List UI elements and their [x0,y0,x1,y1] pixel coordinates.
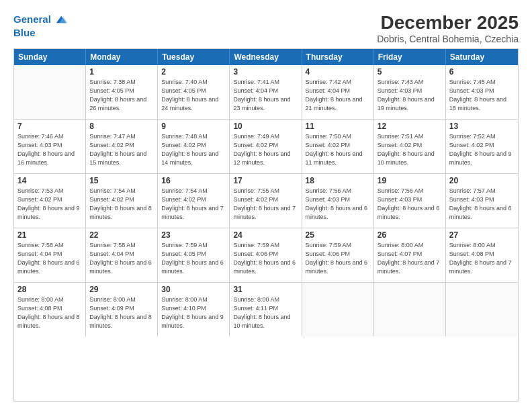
cal-cell-4-1: 21Sunrise: 7:58 AMSunset: 4:04 PMDayligh… [14,228,86,282]
sun-info: Sunrise: 7:42 AMSunset: 4:04 PMDaylight:… [306,78,370,113]
day-number: 1 [89,67,154,77]
cal-cell-2-6: 12Sunrise: 7:51 AMSunset: 4:02 PMDayligh… [374,120,446,173]
sun-info: Sunrise: 7:53 AMSunset: 4:02 PMDaylight:… [17,187,82,222]
sun-info: Sunrise: 7:55 AMSunset: 4:02 PMDaylight:… [233,187,298,222]
sun-info: Sunrise: 7:56 AMSunset: 4:03 PMDaylight:… [378,187,442,222]
cal-cell-1-3: 2Sunrise: 7:40 AMSunset: 4:05 PMDaylight… [158,65,230,119]
header-cell-sunday: Sunday [14,49,86,65]
header-cell-tuesday: Tuesday [158,49,230,65]
cal-cell-1-6: 5Sunrise: 7:43 AMSunset: 4:03 PMDaylight… [374,65,446,119]
day-number: 28 [17,285,82,294]
day-number: 2 [161,67,226,77]
cal-cell-2-4: 10Sunrise: 7:49 AMSunset: 4:02 PMDayligh… [230,120,302,173]
logo: General Blue [13,12,67,39]
cal-cell-4-3: 23Sunrise: 7:59 AMSunset: 4:05 PMDayligh… [158,228,230,282]
day-number: 20 [449,176,515,185]
sun-info: Sunrise: 7:57 AMSunset: 4:03 PMDaylight:… [449,187,515,222]
cal-cell-4-2: 22Sunrise: 7:58 AMSunset: 4:04 PMDayligh… [86,228,158,282]
sun-info: Sunrise: 7:46 AMSunset: 4:03 PMDaylight:… [17,132,82,167]
day-number: 6 [449,67,515,77]
sun-info: Sunrise: 8:00 AMSunset: 4:07 PMDaylight:… [378,241,442,276]
day-number: 22 [89,230,154,240]
sun-info: Sunrise: 7:40 AMSunset: 4:05 PMDaylight:… [161,78,226,113]
calendar-header: SundayMondayTuesdayWednesdayThursdayFrid… [14,49,518,65]
sun-info: Sunrise: 7:41 AMSunset: 4:04 PMDaylight:… [233,78,298,113]
sun-info: Sunrise: 7:43 AMSunset: 4:03 PMDaylight:… [378,78,442,113]
cal-cell-1-4: 3Sunrise: 7:41 AMSunset: 4:04 PMDaylight… [230,65,302,119]
cal-cell-4-4: 24Sunrise: 7:59 AMSunset: 4:06 PMDayligh… [230,228,302,282]
cal-cell-5-2: 29Sunrise: 8:00 AMSunset: 4:09 PMDayligh… [86,283,158,336]
cal-cell-3-2: 15Sunrise: 7:54 AMSunset: 4:02 PMDayligh… [86,174,158,228]
sun-info: Sunrise: 7:59 AMSunset: 4:06 PMDaylight:… [233,241,298,276]
sun-info: Sunrise: 7:59 AMSunset: 4:06 PMDaylight:… [306,241,370,276]
cal-cell-3-6: 19Sunrise: 7:56 AMSunset: 4:03 PMDayligh… [374,174,446,228]
day-number: 14 [17,176,82,185]
title-block: December 2025 Dobris, Central Bohemia, C… [377,12,519,44]
header-cell-friday: Friday [374,49,446,65]
cal-cell-5-3: 30Sunrise: 8:00 AMSunset: 4:10 PMDayligh… [158,283,230,336]
day-number: 29 [89,285,154,294]
cal-cell-5-4: 31Sunrise: 8:00 AMSunset: 4:11 PMDayligh… [230,283,302,336]
sun-info: Sunrise: 8:00 AMSunset: 4:10 PMDaylight:… [161,295,226,330]
sun-info: Sunrise: 7:49 AMSunset: 4:02 PMDaylight:… [233,132,298,167]
day-number: 26 [378,230,442,240]
cal-cell-5-1: 28Sunrise: 8:00 AMSunset: 4:08 PMDayligh… [14,283,86,336]
day-number: 9 [161,122,226,131]
day-number: 18 [306,176,370,185]
day-number: 12 [378,122,442,131]
cal-cell-2-5: 11Sunrise: 7:50 AMSunset: 4:02 PMDayligh… [302,120,374,173]
cal-cell-1-5: 4Sunrise: 7:42 AMSunset: 4:04 PMDaylight… [302,65,374,119]
cal-cell-5-6 [374,283,446,336]
day-number: 17 [233,176,298,185]
calendar-row-4: 21Sunrise: 7:58 AMSunset: 4:04 PMDayligh… [14,228,518,283]
cal-cell-1-2: 1Sunrise: 7:38 AMSunset: 4:05 PMDaylight… [86,65,158,119]
logo-icon [52,12,67,27]
day-number: 19 [378,176,442,185]
sun-info: Sunrise: 8:00 AMSunset: 4:08 PMDaylight:… [449,241,515,276]
day-number: 10 [233,122,298,131]
logo-text2: Blue [13,27,67,39]
day-number: 25 [306,230,370,240]
cal-cell-5-5 [302,283,374,336]
sun-info: Sunrise: 7:56 AMSunset: 4:03 PMDaylight:… [306,187,370,222]
sun-info: Sunrise: 7:59 AMSunset: 4:05 PMDaylight:… [161,241,226,276]
day-number: 13 [449,122,515,131]
day-number: 21 [17,230,82,240]
day-number: 23 [161,230,226,240]
location: Dobris, Central Bohemia, Czechia [377,34,519,44]
day-number: 3 [233,67,298,77]
day-number: 24 [233,230,298,240]
header-cell-monday: Monday [86,49,158,65]
sun-info: Sunrise: 7:52 AMSunset: 4:02 PMDaylight:… [449,132,515,167]
calendar-row-1: 1Sunrise: 7:38 AMSunset: 4:05 PMDaylight… [14,65,518,120]
sun-info: Sunrise: 7:54 AMSunset: 4:02 PMDaylight:… [161,187,226,222]
header-cell-wednesday: Wednesday [230,49,302,65]
header-cell-saturday: Saturday [446,49,518,65]
calendar-row-5: 28Sunrise: 8:00 AMSunset: 4:08 PMDayligh… [14,283,518,336]
day-number: 27 [449,230,515,240]
cal-cell-4-6: 26Sunrise: 8:00 AMSunset: 4:07 PMDayligh… [374,228,446,282]
header-cell-thursday: Thursday [302,49,374,65]
sun-info: Sunrise: 7:51 AMSunset: 4:02 PMDaylight:… [378,132,442,167]
day-number: 31 [233,285,298,294]
month-title: December 2025 [377,12,519,34]
cal-cell-2-3: 9Sunrise: 7:48 AMSunset: 4:02 PMDaylight… [158,120,230,173]
page: General Blue December 2025 Dobris, Centr… [0,0,532,411]
sun-info: Sunrise: 8:00 AMSunset: 4:08 PMDaylight:… [17,295,82,330]
sun-info: Sunrise: 7:47 AMSunset: 4:02 PMDaylight:… [89,132,154,167]
day-number: 5 [378,67,442,77]
cal-cell-3-7: 20Sunrise: 7:57 AMSunset: 4:03 PMDayligh… [446,174,518,228]
calendar-row-2: 7Sunrise: 7:46 AMSunset: 4:03 PMDaylight… [14,120,518,174]
calendar-row-3: 14Sunrise: 7:53 AMSunset: 4:02 PMDayligh… [14,174,518,228]
day-number: 15 [89,176,154,185]
cal-cell-4-5: 25Sunrise: 7:59 AMSunset: 4:06 PMDayligh… [302,228,374,282]
cal-cell-3-1: 14Sunrise: 7:53 AMSunset: 4:02 PMDayligh… [14,174,86,228]
day-number: 11 [306,122,370,131]
day-number: 7 [17,122,82,131]
day-number: 30 [161,285,226,294]
calendar-body: 1Sunrise: 7:38 AMSunset: 4:05 PMDaylight… [14,65,518,336]
sun-info: Sunrise: 7:45 AMSunset: 4:03 PMDaylight:… [449,78,515,113]
sun-info: Sunrise: 7:50 AMSunset: 4:02 PMDaylight:… [306,132,370,167]
cal-cell-3-4: 17Sunrise: 7:55 AMSunset: 4:02 PMDayligh… [230,174,302,228]
cal-cell-5-7 [446,283,518,336]
